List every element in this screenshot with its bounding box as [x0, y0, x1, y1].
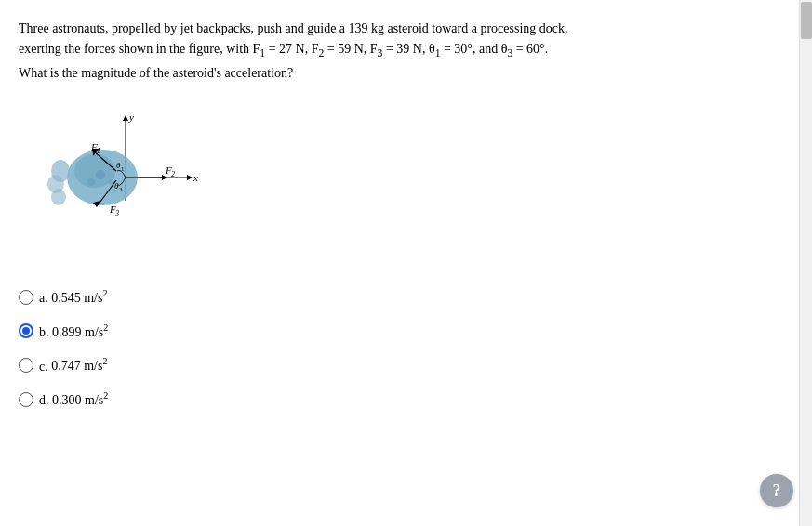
option-radio-c[interactable]: [19, 358, 33, 373]
option-d-letter: d.: [39, 393, 52, 407]
option-row-b[interactable]: b. 0.899 m/s2: [19, 322, 793, 340]
option-row-d[interactable]: d. 0.300 m/s2: [19, 390, 793, 408]
svg-text:3: 3: [114, 209, 119, 217]
q-line2-part3: = 59 N, F: [324, 42, 377, 56]
q-line2-part4: = 39 N, θ: [382, 42, 434, 56]
q-line2-part2: = 27 N, F: [265, 42, 318, 56]
svg-point-8: [96, 170, 105, 179]
svg-text:y: y: [128, 112, 134, 123]
option-c-letter: c.: [39, 359, 51, 373]
option-radio-a[interactable]: [19, 290, 33, 305]
option-a-letter: a.: [39, 291, 51, 305]
options-area: a. 0.545 m/s2 b. 0.899 m/s2 c. 0.747 m/s…: [19, 288, 793, 408]
option-d-value: 0.300 m/s2: [52, 393, 108, 407]
option-label-c: c. 0.747 m/s2: [39, 357, 107, 375]
option-b-letter: b.: [39, 325, 52, 339]
q-line2-part1: exerting the forces shown in the figure,…: [19, 42, 260, 56]
svg-marker-1: [123, 115, 128, 121]
question-line1: Three astronauts, propelled by jet backp…: [19, 19, 781, 39]
svg-marker-4: [187, 175, 193, 180]
scrollbar-thumb[interactable]: [801, 2, 812, 39]
svg-text:x: x: [193, 172, 198, 183]
option-c-exp: 2: [102, 357, 107, 367]
question-line2: exerting the forces shown in the figure,…: [19, 39, 781, 62]
svg-point-10: [87, 178, 95, 186]
svg-text:2: 2: [171, 170, 175, 178]
option-label-a: a. 0.545 m/s2: [39, 288, 107, 306]
q-line2-part5: = 30°, and θ: [440, 42, 507, 56]
svg-point-13: [51, 189, 66, 205]
option-row-a[interactable]: a. 0.545 m/s2: [19, 288, 793, 306]
option-radio-b[interactable]: [19, 323, 33, 338]
option-a-value: 0.545 m/s2: [51, 291, 107, 305]
option-c-value: 0.747 m/s2: [51, 359, 107, 373]
svg-text:1: 1: [121, 165, 125, 173]
figure-area: y x F 1 θ 1 θ 3 F 2: [28, 108, 214, 256]
option-d-exp: 2: [103, 390, 108, 401]
scrollbar[interactable]: [799, 0, 812, 526]
option-row-c[interactable]: c. 0.747 m/s2: [19, 357, 793, 375]
question-line3: What is the magnitude of the asteroid's …: [19, 63, 781, 84]
option-b-exp: 2: [103, 322, 108, 333]
question-text: Three astronauts, propelled by jet backp…: [19, 19, 781, 84]
option-label-d: d. 0.300 m/s2: [39, 390, 108, 408]
help-button[interactable]: ?: [760, 474, 793, 507]
q-line2-part6: = 60°.: [512, 42, 548, 56]
svg-text:1: 1: [97, 147, 100, 155]
option-radio-d[interactable]: [19, 392, 33, 407]
option-label-b: b. 0.899 m/s2: [39, 322, 108, 340]
option-b-value: 0.899 m/s2: [52, 325, 108, 339]
figure-svg: y x F 1 θ 1 θ 3 F 2: [28, 108, 214, 256]
svg-text:3: 3: [119, 186, 123, 193]
option-a-exp: 2: [102, 288, 107, 298]
